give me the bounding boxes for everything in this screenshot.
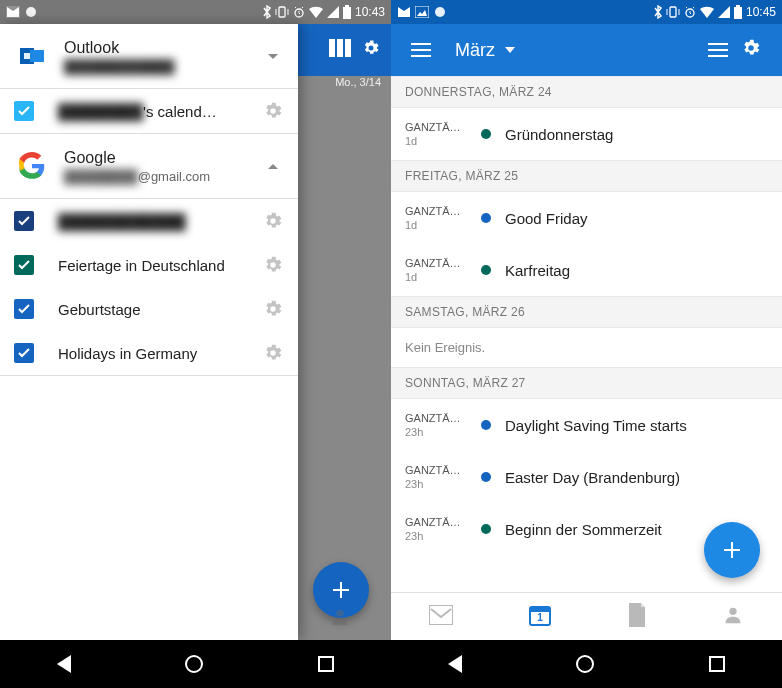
account-header-google[interactable]: Google ████████@gmail.com xyxy=(0,134,298,198)
event-title: Easter Day (Brandenburg) xyxy=(505,469,768,486)
vibrate-icon xyxy=(275,6,289,18)
nav-home-icon[interactable] xyxy=(576,655,594,673)
calendar-row[interactable]: Geburtstage xyxy=(0,287,298,331)
no-event-label: Kein Ereignis. xyxy=(391,328,782,367)
day-header: SONNTAG, MÄRZ 27 xyxy=(391,367,782,399)
event-time: GANZTÄ… 1d xyxy=(405,121,477,147)
nav-files[interactable] xyxy=(627,603,647,631)
svg-point-12 xyxy=(435,7,445,17)
gear-icon[interactable] xyxy=(262,100,284,122)
event-row[interactable]: GANZTÄ… 23h Easter Day (Brandenburg) xyxy=(391,451,782,503)
svg-rect-11 xyxy=(415,6,429,18)
calendar-row[interactable]: ████████'s calend… xyxy=(0,89,298,133)
svg-rect-3 xyxy=(343,7,351,19)
status-clock: 10:45 xyxy=(746,5,776,19)
chevron-down-icon[interactable] xyxy=(268,54,278,59)
people-tab-icon[interactable] xyxy=(329,606,351,632)
svg-rect-1 xyxy=(279,7,285,17)
nav-recent-icon[interactable] xyxy=(318,656,334,672)
event-title: Gründonnerstag xyxy=(505,126,768,143)
svg-rect-6 xyxy=(337,39,343,57)
svg-point-0 xyxy=(26,7,36,17)
calendar-label: ████████'s calend… xyxy=(58,103,262,120)
android-head-icon xyxy=(433,5,447,19)
settings-icon[interactable] xyxy=(361,38,381,62)
wifi-icon xyxy=(700,6,714,18)
event-row[interactable]: GANZTÄ… 1d Karfreitag xyxy=(391,244,782,296)
checkbox[interactable] xyxy=(14,101,34,121)
status-bar: 10:43 xyxy=(0,0,391,24)
android-navbar xyxy=(0,640,391,688)
calendar-row[interactable]: Feiertage in Deutschland xyxy=(0,243,298,287)
gear-icon[interactable] xyxy=(262,210,284,232)
event-dot-icon xyxy=(481,524,491,534)
alarm-icon xyxy=(684,6,696,18)
nav-mail[interactable] xyxy=(429,605,453,629)
view-toggle-icon[interactable] xyxy=(329,39,351,61)
pane-drawer: 10:43 Mo., 3/14 Outlook █████████ xyxy=(0,0,391,688)
image-notif-icon xyxy=(415,6,429,18)
event-dot-icon xyxy=(481,420,491,430)
bluetooth-icon xyxy=(263,5,271,19)
checkbox[interactable] xyxy=(14,255,34,275)
menu-icon[interactable] xyxy=(405,43,437,57)
fab-add-event[interactable] xyxy=(704,522,760,578)
list-view-icon[interactable] xyxy=(702,43,734,57)
gear-icon[interactable] xyxy=(262,342,284,364)
agenda-list[interactable]: DONNERSTAG, MÄRZ 24 GANZTÄ… 1d Gründonne… xyxy=(391,76,782,592)
event-row[interactable]: GANZTÄ… 23h Daylight Saving Time starts xyxy=(391,399,782,451)
event-row[interactable]: GANZTÄ… 1d Gründonnerstag xyxy=(391,108,782,160)
vibrate-icon xyxy=(666,6,680,18)
account-title: Google xyxy=(64,149,268,167)
alarm-icon xyxy=(293,6,305,18)
outlook-icon xyxy=(14,38,50,74)
checkbox[interactable] xyxy=(14,211,34,231)
account-email-redacted: ████████████ xyxy=(64,59,268,74)
event-dot-icon xyxy=(481,129,491,139)
day-header: DONNERSTAG, MÄRZ 24 xyxy=(391,76,782,108)
svg-text:1: 1 xyxy=(537,612,543,623)
svg-point-10 xyxy=(336,610,343,617)
nav-people[interactable] xyxy=(722,604,744,630)
event-title: Good Friday xyxy=(505,210,768,227)
nav-home-icon[interactable] xyxy=(185,655,203,673)
event-time: GANZTÄ… 23h xyxy=(405,516,477,542)
settings-icon[interactable] xyxy=(734,37,768,63)
nav-recent-icon[interactable] xyxy=(709,656,725,672)
gear-icon[interactable] xyxy=(262,298,284,320)
event-row[interactable]: GANZTÄ… 1d Good Friday xyxy=(391,192,782,244)
status-bar: 10:45 xyxy=(391,0,782,24)
wifi-icon xyxy=(309,6,323,18)
android-head-icon xyxy=(24,5,38,19)
checkbox[interactable] xyxy=(14,343,34,363)
event-dot-icon xyxy=(481,472,491,482)
month-picker[interactable]: März xyxy=(455,40,515,61)
checkbox[interactable] xyxy=(14,299,34,319)
gear-icon[interactable] xyxy=(262,254,284,276)
calendar-row[interactable]: ████████████ xyxy=(0,199,298,243)
svg-rect-9 xyxy=(30,50,44,62)
mail-notif-icon xyxy=(397,6,411,18)
calendar-row[interactable]: Holidays in Germany xyxy=(0,331,298,375)
svg-rect-4 xyxy=(345,5,349,7)
chevron-up-icon[interactable] xyxy=(268,164,278,169)
nav-back-icon[interactable] xyxy=(57,655,71,673)
svg-rect-13 xyxy=(670,7,676,17)
bottom-nav: 1 xyxy=(391,592,782,640)
account-email: ████████@gmail.com xyxy=(64,169,268,184)
backdrop-date: Mo., 3/14 xyxy=(335,76,381,88)
appbar: März xyxy=(391,24,782,76)
google-icon xyxy=(14,148,50,184)
nav-back-icon[interactable] xyxy=(448,655,462,673)
event-dot-icon xyxy=(481,265,491,275)
battery-icon xyxy=(734,5,742,19)
event-time: GANZTÄ… 1d xyxy=(405,257,477,283)
svg-rect-17 xyxy=(429,605,453,625)
battery-icon xyxy=(343,5,351,19)
calendar-label: Feiertage in Deutschland xyxy=(58,257,262,274)
svg-rect-15 xyxy=(734,7,742,19)
account-header-outlook[interactable]: Outlook ████████████ xyxy=(0,24,298,88)
day-header: FREITAG, MÄRZ 25 xyxy=(391,160,782,192)
calendar-label: Geburtstage xyxy=(58,301,262,318)
nav-calendar[interactable]: 1 xyxy=(528,603,552,631)
